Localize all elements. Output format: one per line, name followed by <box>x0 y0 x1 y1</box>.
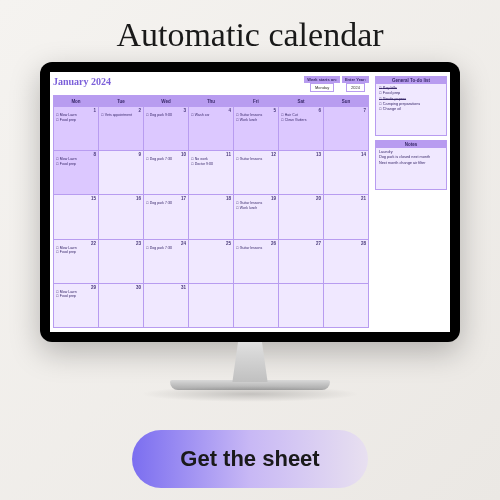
day-header: Tue <box>99 96 143 106</box>
calendar-grid: MonTueWedThuFriSatSun1Mow LawnFood prep2… <box>53 95 369 328</box>
calendar-cell[interactable]: 17Dog park 7:30 <box>144 195 188 238</box>
calendar-event: Food prep <box>56 294 96 299</box>
page-title: Automatic calendar <box>116 16 383 54</box>
calendar-cell[interactable]: 2Vets appointment <box>99 107 143 150</box>
day-number: 28 <box>326 241 366 246</box>
day-header: Wed <box>144 96 188 106</box>
calendar-cell[interactable]: 31 <box>144 284 188 327</box>
calendar-cell[interactable]: 14 <box>324 151 368 194</box>
calendar-event: Dog park 7:30 <box>146 246 186 251</box>
todo-title: General To-do list <box>376 77 446 84</box>
calendar-cell[interactable]: 30 <box>99 284 143 327</box>
calendar-cell[interactable]: 19Guitar lessonsWork lunch <box>234 195 278 238</box>
calendar-cell[interactable]: 10Dog park 7:30 <box>144 151 188 194</box>
monitor-shadow <box>140 386 360 402</box>
calendar-event: Work lunch <box>236 118 276 123</box>
day-number: 21 <box>326 196 366 201</box>
day-number: 7 <box>326 108 366 113</box>
calendar-cell[interactable]: 15 <box>54 195 98 238</box>
day-number: 9 <box>101 152 141 157</box>
calendar-cell[interactable] <box>279 284 323 327</box>
calendar-cell[interactable]: 28 <box>324 240 368 283</box>
calendar-header: January 2024 Week starts on: Monday Ente… <box>53 76 369 92</box>
day-number: 20 <box>281 196 321 201</box>
day-number: 30 <box>101 285 141 290</box>
calendar-cell[interactable]: 12Guitar lessons <box>234 151 278 194</box>
get-sheet-button[interactable]: Get the sheet <box>132 430 367 488</box>
calendar-cell[interactable] <box>234 284 278 327</box>
day-header: Fri <box>234 96 278 106</box>
day-number: 23 <box>101 241 141 246</box>
calendar-event: Work lunch <box>236 206 276 211</box>
calendar-cell[interactable]: 5Guitar lessonsWork lunch <box>234 107 278 150</box>
calendar-cell[interactable]: 4Wash car <box>189 107 233 150</box>
todo-item[interactable]: Change oil <box>379 107 443 112</box>
day-number: 27 <box>281 241 321 246</box>
day-header: Sat <box>279 96 323 106</box>
calendar-event: Vets appointment <box>101 113 141 118</box>
day-number: 31 <box>146 285 186 290</box>
calendar-cell[interactable] <box>324 284 368 327</box>
calendar-cell[interactable]: 8Mow LawnFood prep <box>54 151 98 194</box>
calendar-event: Guitar lessons <box>236 157 276 162</box>
calendar-cell[interactable]: 27 <box>279 240 323 283</box>
day-header: Mon <box>54 96 98 106</box>
calendar-cell[interactable]: 3Dog park 9:00 <box>144 107 188 150</box>
notes-title: Notes <box>376 141 446 148</box>
day-number: 14 <box>326 152 366 157</box>
todo-panel: General To-do list Pay billsFood prepGra… <box>375 76 447 136</box>
note-line: Next month change air filter <box>379 161 443 166</box>
todo-list: Pay billsFood prepGrade papersCamping pr… <box>376 84 446 115</box>
monitor-screen: January 2024 Week starts on: Monday Ente… <box>50 72 450 332</box>
calendar-cell[interactable]: 16 <box>99 195 143 238</box>
week-starts-value[interactable]: Monday <box>310 83 334 92</box>
week-starts-control[interactable]: Week starts on: Monday <box>304 76 340 92</box>
calendar-cell[interactable]: 7 <box>324 107 368 150</box>
calendar-cell[interactable]: 6Hair CutClean Gutters <box>279 107 323 150</box>
calendar-cell[interactable]: 23 <box>99 240 143 283</box>
day-header: Thu <box>189 96 233 106</box>
calendar-cell[interactable]: 24Dog park 7:30 <box>144 240 188 283</box>
week-starts-label: Week starts on: <box>304 76 340 83</box>
notes-list: LaundryDog park is closed next monthNext… <box>376 148 446 168</box>
calendar-cell[interactable]: 29Mow LawnFood prep <box>54 284 98 327</box>
day-number: 18 <box>191 196 231 201</box>
day-number: 16 <box>101 196 141 201</box>
monitor-illustration: January 2024 Week starts on: Monday Ente… <box>40 62 460 402</box>
calendar-cell[interactable] <box>189 284 233 327</box>
calendar-month-title: January 2024 <box>53 76 111 87</box>
calendar-cell[interactable]: 21 <box>324 195 368 238</box>
calendar-cell[interactable]: 9 <box>99 151 143 194</box>
year-label: Enter Year: <box>342 76 369 83</box>
calendar-event: Food prep <box>56 118 96 123</box>
day-number: 13 <box>281 152 321 157</box>
day-number: 25 <box>191 241 231 246</box>
calendar-event: Clean Gutters <box>281 118 321 123</box>
year-control[interactable]: Enter Year: 2024 <box>342 76 369 92</box>
calendar-controls: Week starts on: Monday Enter Year: 2024 <box>304 76 369 92</box>
calendar-cell[interactable]: 1Mow LawnFood prep <box>54 107 98 150</box>
monitor-stand <box>210 342 290 382</box>
day-header: Sun <box>324 96 368 106</box>
calendar-cell[interactable]: 25 <box>189 240 233 283</box>
calendar-event: Guitar lessons <box>236 246 276 251</box>
calendar-event: Food prep <box>56 250 96 255</box>
year-value[interactable]: 2024 <box>346 83 365 92</box>
calendar-event: Food prep <box>56 162 96 167</box>
calendar-panel: January 2024 Week starts on: Monday Ente… <box>50 72 372 332</box>
calendar-event: Dog park 9:00 <box>146 113 186 118</box>
notes-panel: Notes LaundryDog park is closed next mon… <box>375 140 447 190</box>
calendar-cell[interactable]: 20 <box>279 195 323 238</box>
calendar-event: Doctor 9:00 <box>191 162 231 167</box>
day-number: 15 <box>56 196 96 201</box>
calendar-event: Wash car <box>191 113 231 118</box>
calendar-cell[interactable]: 22Mow LawnFood prep <box>54 240 98 283</box>
monitor-bezel: January 2024 Week starts on: Monday Ente… <box>40 62 460 342</box>
calendar-cell[interactable]: 18 <box>189 195 233 238</box>
calendar-cell[interactable]: 13 <box>279 151 323 194</box>
calendar-event: Dog park 7:30 <box>146 201 186 206</box>
calendar-cell[interactable]: 11No workDoctor 9:00 <box>189 151 233 194</box>
calendar-event: Dog park 7:30 <box>146 157 186 162</box>
calendar-cell[interactable]: 26Guitar lessons <box>234 240 278 283</box>
calendar-sidebar: General To-do list Pay billsFood prepGra… <box>372 72 450 332</box>
